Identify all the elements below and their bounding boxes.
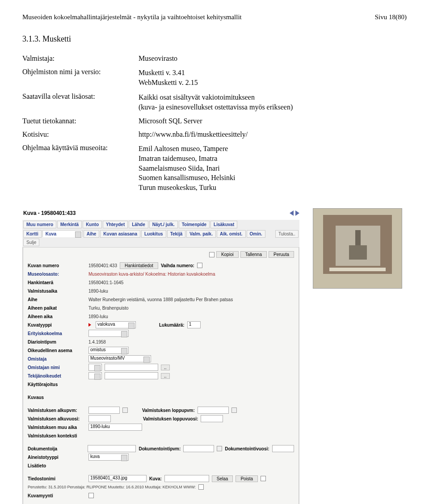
value: 1.4.1958: [88, 340, 106, 344]
checkbox[interactable]: [209, 252, 214, 257]
year-input[interactable]: [88, 415, 111, 422]
acquisition-button[interactable]: Hankintatiedot: [120, 262, 158, 269]
value: Museoviraston kuva-arkisto/ Kokoelma: Hi…: [88, 272, 215, 277]
tab[interactable]: Näyt./ julk.: [149, 221, 178, 228]
label: Kuvan numero: [28, 263, 86, 268]
ownername-select[interactable]: [88, 364, 102, 371]
label: Aihe: [28, 297, 86, 302]
label: Lisätieto: [28, 463, 86, 468]
next-icon[interactable]: [295, 210, 299, 216]
collection-select[interactable]: [88, 330, 129, 337]
table-row: Ohjelmiston nimi ja versio: Musketti v. …: [22, 65, 407, 90]
tab[interactable]: Muu numero: [23, 221, 56, 228]
text-input[interactable]: 1890-luku: [88, 424, 142, 431]
tab[interactable]: Merkintä: [57, 221, 82, 228]
section-heading: 3.1.3. Musketti: [22, 34, 407, 44]
value: 1890-luku: [88, 314, 108, 319]
label: Aiheen aika: [28, 314, 86, 319]
label: Hankintaerä: [28, 280, 86, 285]
checkbox[interactable]: [198, 484, 204, 490]
owner-select[interactable]: Museovirasto/MV: [88, 355, 151, 362]
label: Tuetut tietokannat:: [22, 114, 139, 128]
label: Kotisivu:: [22, 128, 139, 141]
label: Ohjelmaa käyttäviä museoita:: [22, 141, 139, 195]
value: Musketti v. 3.41: [139, 68, 407, 78]
value: 19580401:1-1645: [88, 280, 123, 285]
label: Kuvatyyppi: [28, 323, 86, 328]
prev-icon[interactable]: [290, 210, 294, 216]
date-input[interactable]: [88, 407, 120, 414]
filepath-input[interactable]: [164, 475, 209, 482]
label: Omistajan nimi: [28, 365, 86, 370]
tab[interactable]: Kuva: [42, 230, 83, 237]
list-item: Turun museokeskus, Turku: [139, 183, 407, 193]
materialtype-select[interactable]: kuva: [88, 454, 129, 461]
list-item: Saamelaismuseo Siida, Inari: [139, 164, 407, 173]
label: Dokumentoija: [28, 446, 85, 451]
value: 19580401:433: [88, 263, 117, 268]
label: Museo/osasto:: [28, 272, 86, 277]
tab[interactable]: Lisäkuvat: [210, 221, 237, 228]
ownername-input[interactable]: [105, 364, 158, 371]
print-button[interactable]: Tulosta..: [275, 230, 299, 238]
legal-select[interactable]: omistus: [88, 347, 129, 354]
label: Tiedostonimi: [28, 476, 86, 481]
count-input[interactable]: 1: [187, 321, 201, 328]
save-button[interactable]: Tallenna: [240, 251, 267, 258]
list-item: Suomen kansallismuseo, Helsinki: [139, 173, 407, 183]
tab[interactable]: Aik. omist.: [217, 230, 246, 238]
label: Tekijänoikeudet: [28, 374, 86, 378]
browse-button[interactable]: Selaa: [212, 475, 233, 482]
rights-input[interactable]: [105, 372, 158, 379]
label: Lukumäärä:: [159, 323, 185, 328]
checkbox[interactable]: [197, 263, 202, 268]
tab[interactable]: Luokitus: [141, 230, 166, 238]
label: Erityiskokoelma: [28, 331, 86, 336]
link[interactable]: http://www.nba.fi/fi/muskettieesittely/: [139, 128, 407, 141]
value: Microsoft SQL Server: [139, 114, 407, 128]
year-input[interactable]: [272, 445, 294, 452]
tab[interactable]: Yhteydet: [103, 221, 128, 228]
tab-row-1: Muu numero Merkintä Kunto Yhteydet Lähde…: [22, 220, 299, 229]
calendar-icon[interactable]: [122, 407, 128, 413]
audit-text: Perustettu: 31.5.2010 Perustaja: RLIPPON…: [28, 485, 196, 489]
tab[interactable]: Valm. paik.: [186, 230, 216, 238]
tab[interactable]: Lähde: [129, 221, 148, 228]
label: Valmistaja:: [22, 52, 139, 65]
label: Valmistuksen loppuvuosi:: [143, 416, 198, 421]
tab[interactable]: Kuvan asiasana: [100, 230, 140, 238]
checkbox[interactable]: [261, 476, 266, 481]
checkbox[interactable]: [88, 493, 94, 498]
tab[interactable]: Tekijä: [167, 230, 186, 238]
date-input[interactable]: [198, 407, 229, 414]
calendar-icon[interactable]: [231, 407, 237, 413]
required-icon: [88, 323, 91, 327]
label: Dokumentointipvm:: [139, 446, 181, 451]
label: Omistaja: [28, 357, 86, 361]
rights-select[interactable]: [88, 372, 102, 379]
calendar-icon[interactable]: [217, 446, 222, 451]
tab[interactable]: Aihe: [84, 230, 100, 238]
filename-input[interactable]: 19580401_433.jpg: [88, 475, 147, 482]
tab[interactable]: Kunto: [83, 221, 102, 228]
tab[interactable]: Toimenpide: [179, 221, 210, 228]
more-button[interactable]: ..: [161, 365, 170, 370]
year-input[interactable]: [201, 415, 223, 422]
label: Valmistusaika: [28, 289, 86, 294]
label: Aiheen paikat: [28, 306, 86, 311]
value: Kaikki osat sisältyvät vakiotoimitukseen: [139, 92, 407, 102]
delete-button[interactable]: Poista: [236, 475, 258, 482]
text-input[interactable]: [88, 445, 136, 452]
cancel-button[interactable]: Peruuta: [269, 251, 294, 258]
page-number: Sivu 18(80): [375, 13, 407, 21]
close-button[interactable]: Sulje: [23, 239, 39, 246]
label: Kuvamyynti: [28, 493, 86, 498]
imagetype-select[interactable]: valokuva: [96, 321, 136, 328]
tab[interactable]: Kortti: [23, 230, 42, 238]
label: Saatavilla olevat lisäosat:: [22, 90, 139, 114]
copy-button[interactable]: Kopioi: [216, 251, 239, 258]
more-button[interactable]: ..: [161, 373, 170, 379]
date-input[interactable]: [183, 445, 214, 452]
value: 1890-luku: [88, 289, 108, 294]
tab[interactable]: Omin.: [247, 230, 265, 238]
